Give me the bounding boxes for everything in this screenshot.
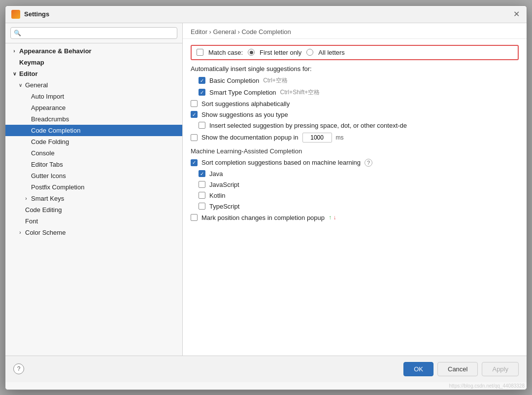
sidebar-item-label: Editor [19,70,38,77]
ml-javascript-checkbox[interactable] [199,181,205,188]
ml-java-row: Java [191,170,519,178]
sidebar-item-appearance[interactable]: Appearance [5,102,182,113]
breadcrumb-general: General [213,28,236,36]
watermark: https://blog.csdn.net/qq_44083328 [5,382,527,390]
sidebar-item-color-scheme[interactable]: › Color Scheme [5,227,182,238]
mark-position-checkbox[interactable] [191,214,198,221]
breadcrumb: Editor › General › Code Completion [183,23,527,39]
sidebar-item-keymap[interactable]: Keymap [5,57,182,68]
sidebar-item-editor[interactable]: ∨ Editor [5,68,182,79]
apply-button[interactable]: Apply [482,362,519,376]
bottom-bar: ? OK Cancel Apply [5,356,527,382]
ml-sort-label: Sort completion suggestions based on mac… [201,159,361,166]
sidebar-item-breadcrumbs[interactable]: Breadcrumbs [5,113,182,125]
breadcrumb-editor: Editor [191,28,207,36]
ml-typescript-row: TypeScript [191,203,519,210]
sidebar-item-auto-import[interactable]: Auto Import [5,91,182,102]
settings-dialog: Settings ✕ 🔍 › Appearance & Behavior Key… [5,5,527,390]
title-bar-left: Settings [11,10,49,19]
sidebar-item-label: Editor Tabs [31,161,63,168]
show-as-type-checkbox[interactable] [191,111,198,118]
sidebar-item-label: Breadcrumbs [31,115,69,123]
sidebar-item-postfix-completion[interactable]: Postfix Completion [5,181,182,193]
sidebar-item-console[interactable]: Console [5,147,182,159]
sidebar-item-code-completion[interactable]: Code Completion [5,125,182,136]
sidebar-item-label: Auto Import [31,93,64,100]
ml-java-checkbox[interactable] [199,170,205,177]
sort-alpha-checkbox[interactable] [191,100,198,107]
basic-completion-label: Basic Completion [209,77,259,84]
up-arrow: ↑ [329,214,332,221]
insert-suggestion-checkbox[interactable] [199,122,205,129]
search-box: 🔍 [5,23,182,43]
help-button[interactable]: ? [13,363,24,374]
sidebar-item-smart-keys[interactable]: › Smart Keys [5,193,182,204]
dialog-title: Settings [24,10,49,18]
ml-kotlin-checkbox[interactable] [199,192,205,199]
auto-insert-title: Automatically insert single suggestions … [191,65,519,72]
smart-type-checkbox[interactable] [199,89,205,96]
sidebar-item-editor-tabs[interactable]: Editor Tabs [5,159,182,170]
sort-alpha-row: Sort suggestions alphabetically [191,100,519,108]
sidebar-item-code-folding[interactable]: Code Folding [5,136,182,147]
sidebar-item-label: Code Editing [25,206,62,214]
down-arrow: ↓ [333,214,336,221]
sidebar-item-label: Postfix Completion [31,183,84,191]
mark-position-row: Mark position changes in completion popu… [191,214,519,221]
sidebar-item-label: Code Folding [31,138,69,145]
show-doc-label: Show the documentation popup in [201,134,299,141]
sidebar-item-label: General [25,81,48,89]
radio-all-letters-label: All letters [318,49,344,56]
sidebar-item-font[interactable]: Font [5,215,182,227]
ml-typescript-checkbox[interactable] [199,203,205,210]
ml-kotlin-label: Kotlin [209,192,226,199]
radio-all-letters[interactable] [306,49,313,56]
radio-first-letter-label: First letter only [260,49,301,56]
bottom-right: OK Cancel Apply [403,362,519,376]
sidebar-item-appearance-behavior[interactable]: › Appearance & Behavior [5,45,182,57]
ml-javascript-label: JavaScript [209,181,239,188]
sidebar-item-label: Smart Keys [31,195,64,202]
sidebar: 🔍 › Appearance & Behavior Keymap ∨ Edito… [5,23,183,356]
match-case-row: Match case: First letter only All letter… [191,45,519,60]
smart-type-shortcut: Ctrl+Shift+空格 [280,88,320,97]
ml-kotlin-row: Kotlin [191,192,519,199]
ml-section-title: Machine Learning-Assisted Completion [191,147,519,155]
smart-type-row: Smart Type Completion Ctrl+Shift+空格 [191,88,519,97]
close-button[interactable]: ✕ [512,10,521,19]
show-doc-row: Show the documentation popup in ms [191,133,519,143]
ml-sort-checkbox[interactable] [191,159,198,166]
breadcrumb-code-completion: Code Completion [241,28,291,36]
sidebar-item-label: Console [31,149,55,157]
doc-popup-input[interactable] [302,133,332,143]
ml-typescript-label: TypeScript [209,203,239,210]
sidebar-item-gutter-icons[interactable]: Gutter Icons [5,170,182,181]
basic-completion-shortcut: Ctrl+空格 [263,76,288,85]
search-icon: 🔍 [14,30,21,36]
show-doc-checkbox[interactable] [191,134,198,141]
basic-completion-row: Basic Completion Ctrl+空格 [191,76,519,85]
sidebar-item-code-editing[interactable]: Code Editing [5,204,182,215]
help-icon[interactable]: ? [365,159,372,167]
ok-button[interactable]: OK [403,362,433,376]
radio-first-letter[interactable] [248,49,255,56]
ml-sort-row: Sort completion suggestions based on mac… [191,159,519,167]
bottom-left: ? [13,363,24,374]
chevron-icon: ∨ [11,71,17,76]
sidebar-item-label: Appearance & Behavior [19,47,92,55]
sidebar-item-label: Font [25,217,38,225]
insert-suggestion-label: Insert selected suggestion by pressing s… [209,122,407,129]
match-case-label: Match case: [208,49,243,56]
search-wrapper: 🔍 [10,27,177,39]
sidebar-item-label: Keymap [19,59,44,66]
sidebar-item-general[interactable]: ∨ General [5,79,182,91]
cancel-button[interactable]: Cancel [437,362,478,376]
match-case-checkbox[interactable] [197,49,203,56]
content-area: Match case: First letter only All letter… [183,39,527,356]
basic-completion-checkbox[interactable] [199,77,205,84]
search-input[interactable] [10,27,177,39]
sidebar-item-label: Appearance [31,104,66,111]
breadcrumb-sep1: › [209,28,213,36]
sort-alpha-label: Sort suggestions alphabetically [201,100,290,108]
sidebar-item-label: Code Completion [31,127,80,134]
